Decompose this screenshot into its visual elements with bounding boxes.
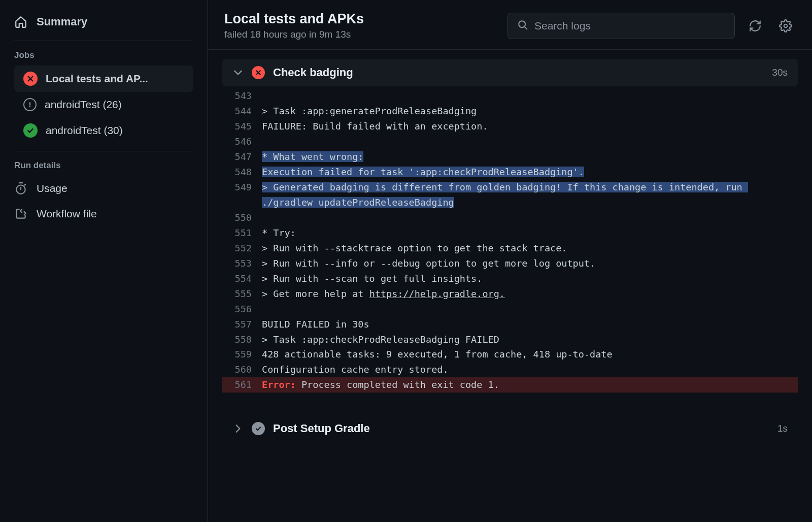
- refresh-button[interactable]: [745, 16, 765, 36]
- line-number: 547: [222, 149, 262, 165]
- log-line: 556: [222, 302, 798, 317]
- line-text: * What went wrong:: [262, 149, 788, 165]
- log-line: 543: [222, 88, 798, 104]
- search-icon: [517, 19, 528, 32]
- post-step-title: Post Setup Gradle: [273, 422, 769, 435]
- line-number: 555: [222, 286, 262, 302]
- stopwatch-icon: [14, 182, 27, 195]
- usage-label: Usage: [37, 182, 67, 194]
- log-line: 548Execution failed for task ':app:check…: [222, 165, 798, 180]
- alert-circle-icon: [23, 98, 37, 111]
- run-details-section-title: Run details: [14, 153, 193, 176]
- line-number: 550: [222, 210, 262, 225]
- chevron-down-icon: [232, 67, 244, 78]
- divider: [14, 41, 193, 41]
- log-line: 544> Task :app:generateProdReleaseBadgin…: [222, 104, 798, 119]
- line-number: 553: [222, 256, 262, 271]
- search-input[interactable]: [534, 20, 725, 32]
- step-duration: 30s: [772, 67, 788, 78]
- svg-line-4: [525, 26, 527, 29]
- check-circle-icon: [23, 123, 38, 138]
- log-lines[interactable]: 543544> Task :app:generateProdReleaseBad…: [222, 86, 798, 395]
- line-number: 560: [222, 362, 262, 377]
- header-titles: Local tests and APKs failed 18 hours ago…: [224, 11, 497, 40]
- x-circle-icon: [23, 72, 38, 86]
- log-line: 557BUILD FAILED in 30s: [222, 317, 798, 332]
- summary-link[interactable]: Summary: [14, 10, 193, 41]
- log-area[interactable]: Check badging 30s 543544> Task :app:gene…: [208, 50, 812, 522]
- line-text: > Generated badging is different from go…: [262, 180, 788, 210]
- jobs-section-title: Jobs: [14, 43, 193, 66]
- line-text: > Get more help at https://help.gradle.o…: [262, 286, 788, 302]
- line-number: 554: [222, 271, 262, 286]
- line-text: [262, 88, 788, 104]
- line-number: 544: [222, 104, 262, 119]
- usage-link[interactable]: Usage: [14, 176, 193, 201]
- job-subtitle: failed 18 hours ago in 9m 13s: [224, 29, 497, 40]
- log-line: 561Error: Process completed with exit co…: [222, 377, 798, 393]
- workflow-file-label: Workflow file: [37, 208, 97, 220]
- line-text: FAILURE: Build failed with an exception.: [262, 119, 788, 134]
- main-content: Local tests and APKs failed 18 hours ago…: [208, 0, 812, 522]
- line-text: > Task :app:generateProdReleaseBadging: [262, 104, 788, 119]
- line-number: 545: [222, 119, 262, 134]
- line-number: 552: [222, 241, 262, 256]
- help-link[interactable]: https://help.gradle.org.: [369, 288, 505, 299]
- step-header-expanded[interactable]: Check badging 30s: [222, 59, 798, 86]
- log-line: 552> Run with --stacktrace option to get…: [222, 241, 798, 256]
- workflow-file-link[interactable]: Workflow file: [14, 201, 193, 226]
- x-circle-icon: [252, 66, 265, 79]
- line-number: 561: [222, 377, 262, 393]
- log-line: 558> Task :app:checkProdReleaseBadging F…: [222, 332, 798, 347]
- line-text: Execution failed for task ':app:checkPro…: [262, 165, 788, 180]
- line-text: > Run with --info or --debug option to g…: [262, 256, 788, 271]
- log-line: 559428 actionable tasks: 9 executed, 1 f…: [222, 347, 798, 362]
- line-text: Error: Process completed with exit code …: [262, 377, 788, 393]
- log-line: 553> Run with --info or --debug option t…: [222, 256, 798, 271]
- line-text: > Task :app:checkProdReleaseBadging FAIL…: [262, 332, 788, 347]
- log-line: 545FAILURE: Build failed with an excepti…: [222, 119, 798, 134]
- sidebar: Summary Jobs Local tests and AP... andro…: [0, 0, 208, 522]
- line-number: 559: [222, 347, 262, 362]
- settings-button[interactable]: [775, 16, 796, 36]
- job-label: androidTest (30): [46, 124, 123, 137]
- job-label: Local tests and AP...: [46, 73, 148, 85]
- workflow-file-icon: [14, 207, 27, 220]
- post-step-duration: 1s: [777, 423, 788, 434]
- line-text: > Run with --scan to get full insights.: [262, 271, 788, 286]
- divider: [14, 151, 193, 151]
- line-number: 557: [222, 317, 262, 332]
- step-title: Check badging: [273, 66, 764, 79]
- log-line: 550: [222, 210, 798, 225]
- step-header-collapsed[interactable]: Post Setup Gradle 1s: [222, 415, 798, 442]
- line-text: [262, 134, 788, 149]
- log-line: 551* Try:: [222, 225, 798, 241]
- log-line: 555> Get more help at https://help.gradl…: [222, 286, 798, 302]
- line-text: BUILD FAILED in 30s: [262, 317, 788, 332]
- line-number: 556: [222, 302, 262, 317]
- log-line: 554> Run with --scan to get full insight…: [222, 271, 798, 286]
- check-circle-icon: [252, 422, 265, 435]
- svg-point-1: [29, 106, 30, 107]
- search-input-wrapper[interactable]: [507, 13, 735, 39]
- svg-point-5: [784, 24, 788, 27]
- job-item-android-30[interactable]: androidTest (30): [14, 117, 193, 144]
- line-number: 551: [222, 225, 262, 241]
- line-number: 548: [222, 165, 262, 180]
- log-line: 549> Generated badging is different from…: [222, 180, 798, 210]
- line-number: 558: [222, 332, 262, 347]
- job-label: androidTest (26): [45, 99, 122, 111]
- line-text: * Try:: [262, 225, 788, 241]
- job-item-local-tests[interactable]: Local tests and AP...: [14, 66, 193, 92]
- line-number: 543: [222, 88, 262, 104]
- header: Local tests and APKs failed 18 hours ago…: [208, 0, 812, 49]
- log-line: 560Configuration cache entry stored.: [222, 362, 798, 377]
- summary-label: Summary: [37, 15, 87, 28]
- job-item-android-26[interactable]: androidTest (26): [14, 92, 193, 117]
- job-title: Local tests and APKs: [224, 11, 497, 27]
- home-icon: [14, 15, 27, 28]
- log-line: 546: [222, 134, 798, 149]
- line-text: 428 actionable tasks: 9 executed, 1 from…: [262, 347, 788, 362]
- line-text: > Run with --stacktrace option to get th…: [262, 241, 788, 256]
- line-text: [262, 210, 788, 225]
